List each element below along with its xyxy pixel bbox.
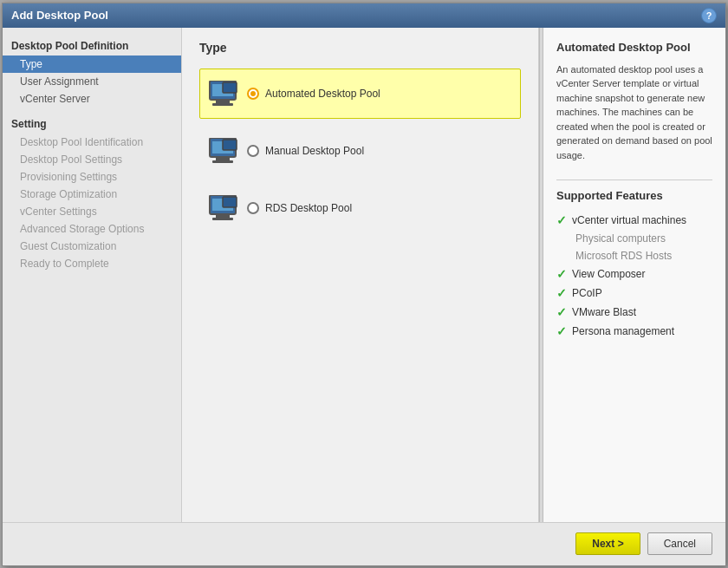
feature-pcoip: ✓ PCoIP bbox=[556, 284, 712, 303]
title-bar-left: Add Desktop Pool bbox=[11, 9, 108, 22]
radio-dot-automated bbox=[250, 91, 256, 96]
svg-rect-4 bbox=[223, 82, 237, 93]
svg-rect-1 bbox=[216, 100, 230, 103]
feature-label-pcoip: PCoIP bbox=[572, 287, 602, 299]
svg-rect-14 bbox=[223, 197, 237, 207]
sidebar-item-pool-identification[interactable]: Desktop Pool Identification bbox=[3, 134, 181, 151]
add-desktop-pool-dialog: Add Desktop Pool ? Desktop Pool Definiti… bbox=[2, 3, 726, 566]
feature-label-vmware-blast: VMware Blast bbox=[572, 306, 636, 318]
feature-label-vcenter-vms: vCenter virtual machines bbox=[572, 214, 686, 226]
option-rds[interactable]: RDS Desktop Pool bbox=[199, 183, 521, 233]
footer: Next > Cancel bbox=[3, 522, 725, 565]
radio-automated[interactable]: Automated Desktop Pool bbox=[247, 88, 380, 100]
sidebar-item-vcenter-server[interactable]: vCenter Server bbox=[3, 90, 181, 108]
radio-rds[interactable]: RDS Desktop Pool bbox=[247, 202, 352, 214]
svg-rect-9 bbox=[223, 140, 237, 150]
supported-title: Supported Features bbox=[556, 189, 712, 202]
check-icon-vcenter-vms: ✓ bbox=[556, 213, 567, 227]
info-title: Automated Desktop Pool bbox=[556, 41, 712, 54]
title-bar: Add Desktop Pool ? bbox=[3, 3, 725, 28]
sidebar: Desktop Pool Definition Type User Assign… bbox=[3, 28, 182, 522]
sidebar-item-vcenter-settings[interactable]: vCenter Settings bbox=[3, 203, 181, 220]
type-panel-title: Type bbox=[199, 41, 521, 55]
radio-circle-automated bbox=[247, 88, 259, 100]
sidebar-item-type[interactable]: Type bbox=[3, 55, 181, 73]
svg-rect-2 bbox=[212, 103, 233, 106]
svg-rect-11 bbox=[216, 214, 230, 218]
sidebar-definition-title: Desktop Pool Definition bbox=[3, 36, 181, 55]
sidebar-item-guest-customization[interactable]: Guest Customization bbox=[3, 238, 181, 255]
check-icon-persona-management: ✓ bbox=[556, 324, 567, 338]
cancel-button[interactable]: Cancel bbox=[647, 532, 712, 555]
dialog-title: Add Desktop Pool bbox=[11, 9, 108, 22]
feature-persona-management: ✓ Persona management bbox=[556, 322, 712, 341]
svg-rect-12 bbox=[212, 218, 233, 220]
radio-manual[interactable]: Manual Desktop Pool bbox=[247, 145, 364, 157]
info-panel: Automated Desktop Pool An automated desk… bbox=[543, 28, 725, 522]
monitor-icon-rds bbox=[207, 193, 238, 224]
option-manual[interactable]: Manual Desktop Pool bbox=[199, 126, 521, 176]
feature-label-rds-hosts: Microsoft RDS Hosts bbox=[575, 250, 672, 262]
next-button[interactable]: Next > bbox=[575, 532, 640, 555]
feature-vcenter-vms: ✓ vCenter virtual machines bbox=[556, 211, 712, 230]
feature-vmware-blast: ✓ VMware Blast bbox=[556, 303, 712, 322]
sidebar-item-storage-optimization[interactable]: Storage Optimization bbox=[3, 186, 181, 203]
feature-label-persona-management: Persona management bbox=[572, 325, 674, 337]
label-automated: Automated Desktop Pool bbox=[265, 88, 380, 100]
sidebar-item-provisioning-settings[interactable]: Provisioning Settings bbox=[3, 168, 181, 186]
feature-view-composer: ✓ View Composer bbox=[556, 264, 712, 284]
radio-circle-manual bbox=[247, 145, 259, 157]
feature-rds-hosts: Microsoft RDS Hosts bbox=[556, 247, 712, 264]
type-panel: Type bbox=[182, 28, 539, 522]
monitor-icon-automated bbox=[207, 78, 238, 109]
sidebar-item-advanced-storage[interactable]: Advanced Storage Options bbox=[3, 220, 181, 238]
label-manual: Manual Desktop Pool bbox=[265, 145, 364, 157]
option-automated[interactable]: Automated Desktop Pool bbox=[199, 69, 521, 119]
monitor-icon-manual bbox=[207, 135, 238, 166]
dialog-body: Desktop Pool Definition Type User Assign… bbox=[3, 28, 725, 522]
label-rds: RDS Desktop Pool bbox=[265, 202, 352, 214]
sidebar-item-user-assignment[interactable]: User Assignment bbox=[3, 73, 181, 90]
info-description: An automated desktop pool uses a vCenter… bbox=[556, 62, 712, 163]
svg-rect-6 bbox=[216, 157, 230, 160]
sidebar-item-pool-settings[interactable]: Desktop Pool Settings bbox=[3, 151, 181, 168]
help-button[interactable]: ? bbox=[701, 8, 717, 23]
content-area: Type bbox=[182, 28, 725, 522]
sidebar-item-ready-to-complete[interactable]: Ready to Complete bbox=[3, 255, 181, 272]
feature-label-view-composer: View Composer bbox=[572, 268, 645, 280]
feature-physical-computers: Physical computers bbox=[556, 230, 712, 247]
sidebar-setting-title: Setting bbox=[3, 114, 181, 134]
divider bbox=[556, 180, 712, 180]
check-icon-vmware-blast: ✓ bbox=[556, 305, 567, 319]
feature-label-physical-computers: Physical computers bbox=[575, 232, 666, 245]
main-content: Type bbox=[182, 28, 725, 522]
svg-rect-7 bbox=[212, 160, 233, 163]
check-icon-view-composer: ✓ bbox=[556, 267, 567, 281]
radio-circle-rds bbox=[247, 202, 259, 214]
check-icon-pcoip: ✓ bbox=[556, 286, 567, 300]
